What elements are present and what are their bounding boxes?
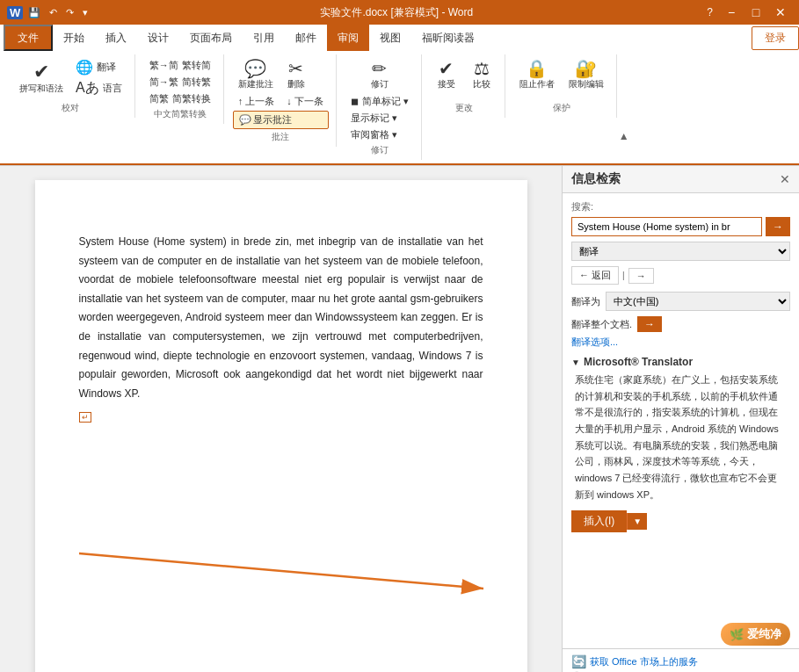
insert-row: 插入(I) ▼ [571,510,790,532]
forward-button[interactable]: → [628,268,654,284]
redo-button[interactable]: ↷ [62,5,77,20]
back-button[interactable]: ← 返回 [571,266,619,285]
show-comments-button[interactable]: 💬 显示批注 [233,111,329,129]
to-traditional-icon: 简→繁 [149,76,178,89]
delete-comment-label: 删除 [287,78,305,90]
group-tracking: ✏ 修订 ◼ 简单标记 ▾ 显示标记 ▾ 审阅窗格 ▾ 修订 [338,54,422,160]
spell-check-icon: ✔ [33,62,49,82]
office-store-label: 获取 Office 市场上的服务 [590,655,698,668]
title-bar: W 💾 ↶ ↷ ▾ 实验文件.docx [兼容模式] - Word ? − □ … [0,0,799,25]
minimize-button[interactable]: − [720,4,743,21]
spell-check-button[interactable]: ✔ 拼写和语法 [14,61,69,97]
block-authors-button[interactable]: 🔒 阻止作者 [514,58,560,92]
tab-foxit[interactable]: 福昕阅读器 [411,25,485,51]
panel-header: 信息检索 ✕ [563,166,799,193]
tab-insert[interactable]: 插入 [95,25,137,51]
document-area: System House (Home system) in brede zin,… [0,166,562,672]
comments-group-label: 批注 [272,131,289,143]
office-store-icon: 🔄 [571,654,586,668]
prev-comment-icon: ↑ 上一条 [238,95,275,108]
nav-separator: | [622,271,625,280]
undo-button[interactable]: ↶ [46,5,61,20]
convert-group-label: 中文简繁转换 [154,108,207,120]
show-comments-label: 显示批注 [253,113,292,126]
tab-design[interactable]: 设计 [137,25,179,51]
translate-button[interactable]: 🌐 翻译 [70,58,127,76]
login-button[interactable]: 登录 [752,26,799,50]
translation-result: 系统住宅（家庭系统）在广义上，包括安装系统的计算机和安装的手机系统，以前的手机软… [571,372,790,503]
changes-buttons: ✔ 接受 ⚖ 比较 [431,58,498,92]
language-button[interactable]: Aあ 语言 [70,78,127,98]
simple-markup-icon: ◼ [351,96,359,107]
translate-to-select[interactable]: 中文(中国) [606,292,790,311]
help-button[interactable]: ? [701,4,718,20]
panel-close-button[interactable]: ✕ [780,172,790,186]
search-go-button[interactable]: → [766,217,790,236]
translate-options-link[interactable]: 翻译选项... [571,336,790,349]
watermark-inner: 🌿 爱纯净 [721,623,790,646]
to-simplified-label: 繁转简 [182,59,211,72]
convert-buttons: 繁→简 繁转简 简→繁 简转繁 简繁 简繁转换 [144,58,216,106]
office-store-link[interactable]: 🔄 获取 Office 市场上的服务 [571,654,790,668]
translate-doc-button[interactable]: → [637,316,662,332]
group-protect: 🔒 阻止作者 🔐 限制编辑 保护 [507,54,617,118]
track-changes-icon: ✏ [372,60,387,77]
translate-to-row: 翻译为 中文(中国) [571,292,790,311]
result-section-title: ▼ Microsoft® Translator [571,356,790,368]
close-button[interactable]: ✕ [769,4,792,21]
arrow-annotation [62,536,563,606]
ribbon-expand-button[interactable]: ▲ [619,130,629,142]
block-authors-icon: 🔒 [526,60,548,77]
tab-start[interactable]: 开始 [53,25,95,51]
compare-button[interactable]: ⚖ 比较 [466,58,498,92]
customize-button[interactable]: ▾ [79,5,91,20]
search-label: 搜索: [571,200,790,213]
result-section: ▼ Microsoft® Translator 系统住宅（家庭系统）在广义上，包… [571,356,790,503]
tracking-group-label: 修订 [371,144,389,156]
tab-references[interactable]: 引用 [243,25,285,51]
group-comments: 💬 新建批注 ✂ 删除 ↑ 上一条 ↓ 下一条 [226,54,337,147]
track-changes-button[interactable]: ✏ 修订 [345,58,414,92]
tab-review[interactable]: 审阅 [327,25,369,51]
tab-layout[interactable]: 页面布局 [179,25,243,51]
insert-dropdown-button[interactable]: ▼ [627,513,647,530]
show-markup-label: 显示标记 ▾ [351,112,397,125]
compare-icon: ⚖ [474,60,490,77]
to-simplified-button[interactable]: 繁→简 繁转简 [144,58,216,73]
next-comment-button[interactable]: ↓ 下一条 [281,94,329,109]
tab-view[interactable]: 视图 [369,25,411,51]
translate-dropdown[interactable]: 翻译 [571,242,790,261]
new-comment-button[interactable]: 💬 新建批注 [233,58,279,92]
save-button[interactable]: 💾 [25,5,44,20]
group-convert: 繁→简 繁转简 简→繁 简转繁 简繁 简繁转换 中文简繁转换 [137,54,224,124]
tab-file[interactable]: 文件 [4,25,53,51]
translate-doc-row: 翻译整个文档. → [571,316,790,332]
convert-icon: 简繁 [149,92,169,105]
review-pane-label: 审阅窗格 ▾ [351,128,397,141]
delete-comment-button[interactable]: ✂ 删除 [280,58,312,92]
tab-mail[interactable]: 邮件 [285,25,327,51]
restrict-editing-label: 限制编辑 [569,78,604,90]
search-input[interactable] [571,217,762,236]
comment-buttons: 💬 新建批注 ✂ 删除 ↑ 上一条 ↓ 下一条 [233,58,329,129]
convert-button[interactable]: 简繁 简繁转换 [144,91,216,106]
paragraph-mark: ↵ [79,412,91,423]
show-markup-button[interactable]: 显示标记 ▾ [345,111,414,126]
simple-markup-button[interactable]: ◼ 简单标记 ▾ [345,94,414,109]
translate-label: 翻译 [97,61,116,74]
prev-comment-button[interactable]: ↑ 上一条 [233,94,280,109]
title-bar-left: W 💾 ↶ ↷ ▾ [7,5,91,20]
review-pane-button[interactable]: 审阅窗格 ▾ [345,127,414,142]
maximize-button[interactable]: □ [745,4,767,21]
restrict-editing-button[interactable]: 🔐 限制编辑 [563,58,609,92]
window-controls: ? − □ ✕ [701,4,792,21]
panel-footer: 🔄 获取 Office 市场上的服务 🔍 信息检 [563,648,799,672]
watermark-icon: 🌿 [730,628,744,641]
accept-button[interactable]: ✔ 接受 [431,58,462,92]
to-traditional-button[interactable]: 简→繁 简转繁 [144,75,216,90]
translate-to-label: 翻译为 [571,295,600,308]
to-simplified-icon: 繁→简 [149,59,178,72]
insert-button[interactable]: 插入(I) [571,510,627,532]
show-comments-icon: 💬 [239,114,251,126]
ribbon-tabs: 文件 开始 插入 设计 页面布局 引用 邮件 审阅 视图 福昕阅读器 登录 [0,25,799,51]
